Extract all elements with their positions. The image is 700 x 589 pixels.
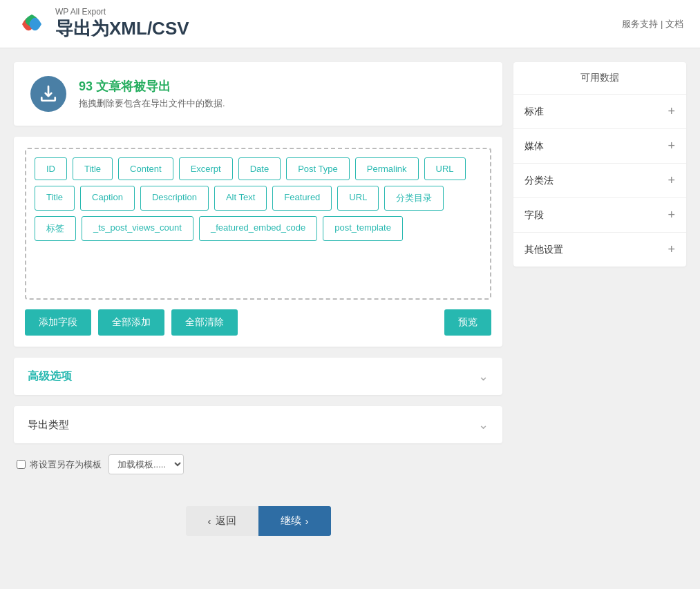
support-link[interactable]: 服务支持	[622, 19, 658, 29]
field-tag[interactable]: _ts_post_views_count	[82, 216, 193, 241]
field-tag[interactable]: Permalink	[355, 157, 419, 180]
field-tag[interactable]: Post Type	[286, 157, 350, 180]
download-icon-wrap	[30, 76, 66, 112]
fields-container: IDTitleContentExcerptDatePost TypePermal…	[14, 137, 502, 347]
export-type-chevron-icon: ⌄	[478, 417, 489, 432]
sidebar-item-media[interactable]: 媒体+	[513, 129, 686, 164]
add-field-button[interactable]: 添加字段	[25, 309, 91, 336]
fields-grid: IDTitleContentExcerptDatePost TypePermal…	[35, 157, 482, 241]
field-tag[interactable]: 标签	[35, 216, 76, 241]
sidebar-plus-standard: +	[668, 104, 675, 119]
logo-icon	[17, 9, 47, 39]
sidebar-items-container: 标准+媒体+分类法+字段+其他设置+	[513, 95, 686, 267]
sidebar-plus-fields: +	[668, 208, 675, 222]
sidebar-plus-media: +	[668, 139, 675, 153]
sidebar-plus-other: +	[668, 242, 675, 257]
field-tag[interactable]: URL	[424, 157, 466, 180]
field-tag[interactable]: _featured_embed_code	[199, 216, 317, 241]
sidebar-plus-taxonomy: +	[668, 173, 675, 188]
save-template-label[interactable]: 将设置另存为模板	[17, 458, 102, 471]
sidebar-item-taxonomy[interactable]: 分类法+	[513, 164, 686, 198]
docs-link[interactable]: 文档	[665, 19, 683, 29]
sidebar-label-media: 媒体	[524, 140, 544, 153]
header-main-title: 导出为XML/CSV	[55, 17, 189, 41]
field-tag[interactable]: Title	[35, 186, 75, 211]
sidebar-label-other: 其他设置	[524, 244, 563, 256]
fields-actions: 添加字段 全部添加 全部清除 预览	[25, 309, 491, 336]
export-count: 93 文章将被导出	[79, 79, 171, 93]
continue-label: 继续	[281, 514, 301, 528]
preview-button[interactable]: 预览	[444, 309, 491, 336]
sidebar-header: 可用数据	[513, 62, 686, 95]
save-template-checkbox[interactable]	[17, 460, 26, 469]
info-title: 93 文章将被导出	[79, 78, 225, 95]
sidebar-item-standard[interactable]: 标准+	[513, 95, 686, 129]
back-label: 返回	[216, 514, 236, 528]
header-links: 服务支持 | 文档	[622, 18, 683, 30]
link-separator: |	[658, 19, 665, 29]
advanced-options-section[interactable]: 高级选项 ⌄	[14, 358, 502, 395]
advanced-chevron-icon: ⌄	[478, 369, 489, 384]
load-template-select[interactable]: 加载模板.....	[108, 454, 184, 474]
field-tag[interactable]: 分类目录	[384, 186, 444, 211]
info-subtitle: 拖拽删除要包含在导出文件中的数据.	[79, 97, 225, 110]
continue-button[interactable]: 继续 ›	[258, 506, 331, 536]
left-content: 93 文章将被导出 拖拽删除要包含在导出文件中的数据. IDTitleConte…	[14, 62, 502, 550]
sidebar-item-fields[interactable]: 字段+	[513, 198, 686, 233]
header-title-block: WP All Export 导出为XML/CSV	[55, 7, 189, 41]
header: WP All Export 导出为XML/CSV 服务支持 | 文档	[0, 0, 700, 48]
sidebar-item-other[interactable]: 其他设置+	[513, 233, 686, 267]
info-text: 93 文章将被导出 拖拽删除要包含在导出文件中的数据.	[79, 78, 225, 110]
main-wrapper: 93 文章将被导出 拖拽删除要包含在导出文件中的数据. IDTitleConte…	[0, 48, 700, 563]
info-banner: 93 文章将被导出 拖拽删除要包含在导出文件中的数据.	[14, 62, 502, 126]
field-tag[interactable]: URL	[337, 186, 379, 211]
bottom-nav: ‹ 返回 继续 ›	[14, 492, 502, 550]
sidebar-label-taxonomy: 分类法	[524, 175, 554, 187]
add-all-button[interactable]: 全部添加	[98, 309, 164, 336]
template-row: 将设置另存为模板 加载模板.....	[14, 454, 502, 474]
field-tag[interactable]: Alt Text	[214, 186, 267, 211]
header-brand: WP All Export	[55, 7, 189, 17]
field-tag[interactable]: Description	[140, 186, 209, 211]
header-left: WP All Export 导出为XML/CSV	[17, 7, 189, 41]
field-tag[interactable]: Title	[73, 157, 113, 180]
continue-chevron-icon: ›	[305, 515, 309, 527]
clear-all-button[interactable]: 全部清除	[171, 309, 238, 336]
export-type-title: 导出类型	[28, 418, 69, 432]
right-sidebar: 可用数据 标准+媒体+分类法+字段+其他设置+	[513, 62, 686, 267]
advanced-options-title: 高级选项	[28, 369, 72, 384]
download-icon	[39, 85, 57, 103]
field-tag[interactable]: post_template	[323, 216, 403, 241]
field-tag[interactable]: Caption	[80, 186, 135, 211]
fields-grid-wrapper[interactable]: IDTitleContentExcerptDatePost TypePermal…	[25, 148, 491, 300]
field-tag[interactable]: Content	[118, 157, 173, 180]
field-tag[interactable]: ID	[35, 157, 67, 180]
field-tag[interactable]: Date	[238, 157, 281, 180]
export-type-section[interactable]: 导出类型 ⌄	[14, 406, 502, 443]
sidebar-label-standard: 标准	[524, 106, 544, 118]
back-chevron-icon: ‹	[208, 515, 211, 527]
save-template-text: 将设置另存为模板	[30, 458, 102, 471]
field-tag[interactable]: Featured	[272, 186, 332, 211]
field-tag[interactable]: Excerpt	[179, 157, 233, 180]
sidebar-label-fields: 字段	[524, 209, 544, 222]
back-button[interactable]: ‹ 返回	[186, 506, 258, 536]
